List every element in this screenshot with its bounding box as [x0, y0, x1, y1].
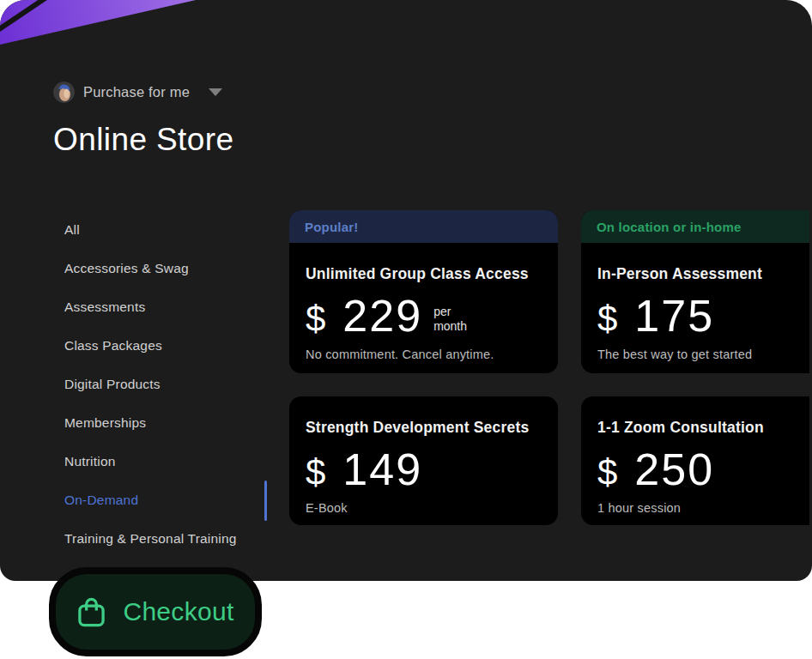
card-body: In-Person Assessment $ 175 The best way …	[581, 243, 809, 361]
sidebar-item-class-packages[interactable]: Class Packages	[64, 326, 262, 365]
avatar	[53, 82, 75, 103]
product-price: $ 229 per month	[306, 293, 542, 340]
product-card-unlimited-group-class-access[interactable]: Popular! Unlimited Group Class Access $ …	[289, 210, 558, 373]
shopping-bag-icon	[76, 596, 106, 628]
location-badge: On location or in-home	[581, 210, 809, 243]
currency-symbol: $	[597, 299, 617, 340]
product-title: In-Person Assessment	[597, 264, 809, 283]
currency-symbol: $	[306, 299, 325, 340]
sidebar-item-nutrition[interactable]: Nutrition	[64, 442, 262, 481]
product-price: $ 175	[597, 293, 809, 340]
category-sidebar: All Accessories & Swag Assessments Class…	[64, 210, 262, 558]
sidebar-item-assessments[interactable]: Assessments	[64, 287, 262, 326]
account-switcher-label: Purchase for me	[83, 84, 190, 100]
billing-period-line2: month	[433, 319, 467, 334]
card-body: Unlimited Group Class Access $ 229 per m…	[289, 243, 558, 361]
product-subtext: E-Book	[306, 501, 542, 515]
sidebar-item-memberships[interactable]: Memberships	[64, 403, 262, 442]
product-title: Strength Development Secrets	[306, 418, 542, 437]
product-price: $ 149	[306, 447, 542, 493]
product-card-1-1-zoom-consultation[interactable]: 1-1 Zoom Consultation $ 250 1 hour sessi…	[581, 396, 809, 525]
popular-badge: Popular!	[289, 210, 558, 243]
card-body: Strength Development Secrets $ 149 E-Boo…	[289, 396, 558, 515]
sidebar-item-digital-products[interactable]: Digital Products	[64, 365, 262, 403]
screenshot-frame: Purchase for me Online Store All Accesso…	[0, 0, 812, 659]
product-grid: Popular! Unlimited Group Class Access $ …	[289, 210, 809, 525]
product-subtext: No commitment. Cancel anytime.	[306, 348, 542, 361]
store-panel: Purchase for me Online Store All Accesso…	[0, 0, 812, 581]
account-switcher[interactable]: Purchase for me	[53, 82, 222, 103]
page-title: Online Store	[53, 122, 233, 158]
price-amount: 229	[342, 293, 422, 338]
checkout-label: Checkout	[123, 597, 233, 626]
purple-ribbon-decoration	[0, 0, 223, 53]
chevron-down-icon	[209, 88, 222, 96]
price-amount: 175	[634, 293, 714, 338]
sidebar-item-all[interactable]: All	[64, 210, 262, 249]
product-title: 1-1 Zoom Consultation	[597, 418, 809, 437]
billing-period-line1: per	[433, 305, 467, 319]
checkout-button[interactable]: Checkout	[49, 567, 262, 656]
product-card-strength-development-secrets[interactable]: Strength Development Secrets $ 149 E-Boo…	[289, 396, 558, 525]
currency-symbol: $	[306, 452, 325, 493]
billing-period: per month	[433, 305, 467, 334]
card-body: 1-1 Zoom Consultation $ 250 1 hour sessi…	[581, 396, 809, 515]
product-card-in-person-assessment[interactable]: On location or in-home In-Person Assessm…	[581, 210, 809, 373]
sidebar-item-training-personal-training[interactable]: Training & Personal Training	[64, 519, 262, 558]
product-title: Unlimited Group Class Access	[306, 264, 542, 283]
sidebar-item-on-demand[interactable]: On-Demand	[64, 481, 262, 519]
price-amount: 250	[634, 447, 714, 492]
product-subtext: The best way to get started	[597, 348, 809, 361]
active-category-indicator	[264, 481, 267, 521]
product-subtext: 1 hour session	[597, 501, 809, 515]
product-price: $ 250	[597, 447, 809, 493]
price-amount: 149	[342, 447, 422, 492]
sidebar-item-accessories-swag[interactable]: Accessories & Swag	[64, 249, 262, 287]
currency-symbol: $	[597, 452, 617, 493]
